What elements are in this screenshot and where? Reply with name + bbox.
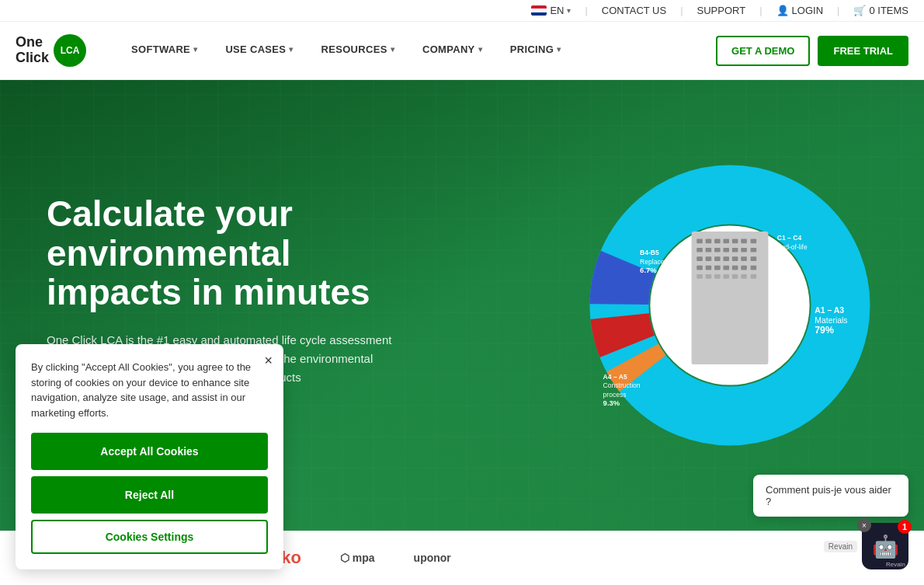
- software-chevron: ▾: [193, 45, 197, 54]
- nav-resources[interactable]: RESOURCES ▾: [307, 22, 408, 80]
- donut-chart: A1 – A3 Materials 79% A4 – A5 Constructi…: [582, 158, 877, 453]
- svg-rect-11: [732, 248, 738, 252]
- svg-rect-33: [741, 274, 747, 279]
- cookie-close-button[interactable]: ×: [264, 353, 273, 367]
- svg-rect-17: [723, 256, 729, 261]
- chat-bubble: Comment puis-je vous aider ?: [753, 475, 908, 517]
- logo-circle: LCA: [54, 34, 86, 67]
- nav-links: SOFTWARE ▾ USE CASES ▾ RESOURCES ▾ COMPA…: [117, 22, 716, 80]
- pricing-chevron: ▾: [557, 45, 561, 54]
- revain-logo: Revain: [824, 541, 857, 552]
- svg-text:End-of-life: End-of-life: [777, 243, 808, 251]
- svg-rect-23: [714, 266, 721, 270]
- svg-rect-9: [714, 248, 721, 252]
- language-selector[interactable]: EN ▾: [531, 5, 571, 16]
- svg-rect-34: [751, 274, 757, 279]
- svg-rect-4: [732, 239, 738, 244]
- nav-actions: GET A DEMO FREE TRIAL: [716, 36, 908, 66]
- nav-pricing[interactable]: PRICING ▾: [496, 22, 575, 80]
- svg-rect-8: [706, 248, 712, 252]
- chat-avatar[interactable]: × 🤖 1 Revain: [862, 523, 908, 569]
- trial-button[interactable]: FREE TRIAL: [818, 36, 908, 66]
- logo-uponor: uponor: [414, 552, 451, 564]
- svg-rect-31: [723, 274, 729, 279]
- nav-use-cases[interactable]: USE CASES ▾: [211, 22, 307, 80]
- svg-text:A4 – A5: A4 – A5: [603, 373, 627, 381]
- nav-software[interactable]: SOFTWARE ▾: [117, 22, 211, 80]
- svg-text:6.7%: 6.7%: [640, 266, 657, 274]
- lang-chevron: ▾: [567, 6, 571, 15]
- reject-button[interactable]: Reject All: [31, 476, 268, 514]
- svg-rect-0: [696, 239, 703, 244]
- nav-company[interactable]: COMPANY ▾: [408, 22, 496, 80]
- svg-rect-19: [741, 256, 747, 261]
- contact-link[interactable]: CONTACT US: [602, 5, 666, 16]
- svg-rect-26: [741, 266, 747, 270]
- svg-rect-21: [696, 266, 703, 270]
- chat-widget: Comment puis-je vous aider ? Revain × 🤖 …: [753, 475, 908, 569]
- svg-rect-14: [696, 256, 703, 261]
- revain-label: Revain: [886, 561, 905, 568]
- svg-rect-10: [723, 248, 729, 252]
- demo-button[interactable]: GET A DEMO: [716, 36, 810, 66]
- logo-mpa: ⬡ mpa: [340, 552, 375, 564]
- cart-link[interactable]: 🛒 0 ITEMS: [853, 5, 908, 16]
- svg-rect-28: [696, 274, 703, 279]
- flag-icon: [531, 5, 547, 16]
- cookie-banner: × By clicking "Accept All Cookies", you …: [16, 344, 283, 569]
- divider4: |: [837, 5, 839, 16]
- support-link[interactable]: SUPPORT: [697, 5, 746, 16]
- accept-all-button[interactable]: Accept All Cookies: [31, 433, 268, 470]
- use-cases-chevron: ▾: [289, 45, 293, 54]
- svg-text:B4-B5: B4-B5: [640, 249, 659, 256]
- svg-rect-2: [714, 239, 721, 244]
- user-icon: 👤: [776, 5, 789, 16]
- svg-rect-29: [706, 274, 712, 279]
- cart-icon: 🛒: [853, 5, 866, 16]
- divider1: |: [585, 5, 587, 16]
- donut-svg: A1 – A3 Materials 79% A4 – A5 Constructi…: [582, 158, 877, 453]
- svg-rect-1: [706, 239, 712, 244]
- top-bar: EN ▾ | CONTACT US | SUPPORT | 👤 LOGIN | …: [0, 0, 924, 22]
- svg-rect-13: [751, 248, 757, 252]
- svg-rect-24: [723, 266, 729, 270]
- logo-line2: Click: [16, 50, 49, 66]
- logo-line1: One: [16, 35, 49, 50]
- svg-text:Replacement: Replacement: [640, 258, 679, 266]
- donut-wrapper: A1 – A3 Materials 79% A4 – A5 Constructi…: [582, 158, 877, 453]
- divider2: |: [680, 5, 683, 16]
- svg-text:9.3%: 9.3%: [603, 399, 620, 407]
- svg-text:Construction: Construction: [603, 381, 641, 389]
- login-link[interactable]: 👤 LOGIN: [776, 5, 823, 16]
- svg-rect-18: [732, 256, 738, 261]
- svg-rect-12: [741, 248, 747, 252]
- svg-text:4%: 4%: [777, 251, 788, 259]
- resources-chevron: ▾: [391, 45, 394, 54]
- lang-label: EN: [550, 5, 564, 16]
- hero-title: Calculate your environmental impacts in …: [47, 194, 435, 312]
- company-chevron: ▾: [478, 45, 482, 54]
- svg-text:C1 – C4: C1 – C4: [777, 234, 802, 242]
- svg-rect-3: [723, 239, 729, 244]
- chat-close-button[interactable]: ×: [857, 518, 871, 532]
- svg-rect-20: [751, 256, 757, 261]
- svg-text:process: process: [603, 391, 627, 399]
- svg-rect-6: [751, 239, 757, 244]
- svg-rect-27: [751, 266, 757, 270]
- svg-rect-16: [714, 256, 721, 261]
- svg-rect-22: [706, 266, 712, 270]
- svg-rect-25: [732, 266, 738, 270]
- svg-rect-32: [732, 274, 738, 279]
- svg-rect-30: [714, 274, 721, 279]
- building-rect: [692, 232, 769, 364]
- main-nav: One Click LCA SOFTWARE ▾ USE CASES ▾ RES…: [0, 22, 924, 80]
- svg-text:Materials: Materials: [815, 316, 847, 325]
- logo[interactable]: One Click LCA: [16, 34, 86, 67]
- chat-badge: 1: [898, 520, 912, 534]
- svg-text:79%: 79%: [815, 325, 834, 336]
- svg-rect-15: [706, 256, 712, 261]
- divider3: |: [759, 5, 762, 16]
- svg-rect-7: [696, 248, 703, 252]
- cookies-settings-button[interactable]: Cookies Settings: [31, 520, 268, 554]
- chart-label-a1a3: A1 – A3: [815, 306, 844, 315]
